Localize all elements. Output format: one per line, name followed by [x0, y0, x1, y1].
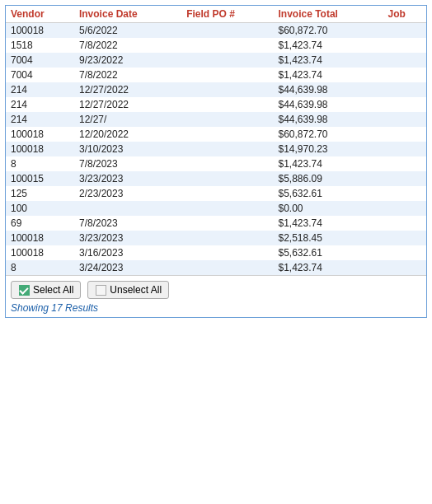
- cell-job: [383, 82, 426, 97]
- cell-job: [383, 97, 426, 112]
- cell-invoice_date: 3/23/2023: [74, 171, 181, 186]
- col-job: Job: [383, 6, 426, 23]
- main-container: Vendor Invoice Date Field PO # Invoice T…: [5, 5, 427, 318]
- invoice-table: Vendor Invoice Date Field PO # Invoice T…: [6, 6, 426, 275]
- table-row: 15187/8/2022$1,423.74: [6, 38, 426, 53]
- cell-vendor: 100018: [6, 245, 74, 260]
- cell-invoice_total: $1,423.74: [273, 260, 383, 275]
- col-invoice-total: Invoice Total: [273, 6, 383, 23]
- cell-field_po: [181, 127, 273, 142]
- cell-job: [383, 156, 426, 171]
- cell-field_po: [181, 53, 273, 68]
- cell-field_po: [181, 216, 273, 231]
- cell-field_po: [181, 231, 273, 245]
- table-row: 70047/8/2022$1,423.74: [6, 68, 426, 82]
- cell-invoice_date: 7/8/2022: [74, 38, 181, 53]
- table-row: 87/8/2023$1,423.74: [6, 156, 426, 171]
- cell-invoice_date: 12/27/2022: [74, 97, 181, 112]
- cell-invoice_total: $60,872.70: [273, 127, 383, 142]
- select-all-icon: [18, 284, 30, 296]
- cell-job: [383, 38, 426, 53]
- table-row: 21412/27/2022$44,639.98: [6, 97, 426, 112]
- cell-invoice_date: [74, 201, 181, 216]
- footer-area: Select All Unselect All Showing 17 Resul…: [6, 275, 426, 317]
- cell-invoice_total: $1,423.74: [273, 216, 383, 231]
- cell-field_po: [181, 245, 273, 260]
- unselect-all-icon: [95, 284, 106, 296]
- cell-invoice_date: 3/23/2023: [74, 231, 181, 245]
- cell-invoice_date: 12/27/: [74, 112, 181, 127]
- cell-field_po: [181, 171, 273, 186]
- table-row: 21412/27/2022$44,639.98: [6, 82, 426, 97]
- table-row: 83/24/2023$1,423.74: [6, 260, 426, 275]
- cell-field_po: [181, 156, 273, 171]
- cell-job: [383, 216, 426, 231]
- table-row: 100$0.00: [6, 201, 426, 216]
- col-vendor: Vendor: [6, 6, 74, 23]
- cell-vendor: 100: [6, 201, 74, 216]
- cell-invoice_total: $5,632.61: [273, 245, 383, 260]
- cell-job: [383, 112, 426, 127]
- cell-invoice_total: $0.00: [273, 201, 383, 216]
- unselect-all-button[interactable]: Unselect All: [87, 281, 169, 299]
- cell-field_po: [181, 68, 273, 82]
- cell-invoice_total: $60,872.70: [273, 23, 383, 39]
- cell-job: [383, 142, 426, 156]
- cell-invoice_total: $44,639.98: [273, 82, 383, 97]
- cell-invoice_total: $1,423.74: [273, 68, 383, 82]
- showing-results: Showing 17 Results: [11, 302, 421, 314]
- cell-field_po: [181, 97, 273, 112]
- table-row: 10001812/20/2022$60,872.70: [6, 127, 426, 142]
- table-body: 1000185/6/2022$60,872.7015187/8/2022$1,4…: [6, 23, 426, 276]
- cell-invoice_total: $1,423.74: [273, 53, 383, 68]
- table-row: 1000183/23/2023$2,518.45: [6, 231, 426, 245]
- col-field-po: Field PO #: [181, 6, 273, 23]
- cell-vendor: 8: [6, 260, 74, 275]
- cell-vendor: 7004: [6, 68, 74, 82]
- cell-job: [383, 186, 426, 201]
- cell-invoice_total: $1,423.74: [273, 156, 383, 171]
- cell-invoice_date: 3/10/2023: [74, 142, 181, 156]
- table-row: 70049/23/2022$1,423.74: [6, 53, 426, 68]
- cell-field_po: [181, 82, 273, 97]
- cell-vendor: 214: [6, 97, 74, 112]
- cell-vendor: 100018: [6, 142, 74, 156]
- cell-vendor: 214: [6, 112, 74, 127]
- cell-invoice_total: $44,639.98: [273, 112, 383, 127]
- cell-invoice_date: 3/16/2023: [74, 245, 181, 260]
- cell-job: [383, 53, 426, 68]
- select-all-button[interactable]: Select All: [11, 281, 81, 299]
- cell-job: [383, 201, 426, 216]
- table-row: 1000185/6/2022$60,872.70: [6, 23, 426, 39]
- cell-field_po: [181, 23, 273, 39]
- cell-invoice_total: $5,632.61: [273, 186, 383, 201]
- cell-invoice_total: $14,970.23: [273, 142, 383, 156]
- cell-vendor: 1518: [6, 38, 74, 53]
- table-row: 1252/23/2023$5,632.61: [6, 186, 426, 201]
- cell-vendor: 7004: [6, 53, 74, 68]
- cell-job: [383, 260, 426, 275]
- cell-vendor: 125: [6, 186, 74, 201]
- cell-vendor: 69: [6, 216, 74, 231]
- cell-invoice_date: 7/8/2023: [74, 216, 181, 231]
- col-invoice-date: Invoice Date: [74, 6, 181, 23]
- cell-field_po: [181, 38, 273, 53]
- cell-invoice_date: 3/24/2023: [74, 260, 181, 275]
- cell-vendor: 100018: [6, 23, 74, 39]
- table-row: 21412/27/$44,639.98: [6, 112, 426, 127]
- cell-field_po: [181, 260, 273, 275]
- cell-invoice_total: $5,886.09: [273, 171, 383, 186]
- cell-field_po: [181, 142, 273, 156]
- cell-invoice_date: 2/23/2023: [74, 186, 181, 201]
- table-row: 1000183/10/2023$14,970.23: [6, 142, 426, 156]
- cell-invoice_total: $2,518.45: [273, 231, 383, 245]
- cell-job: [383, 171, 426, 186]
- table-wrapper: Vendor Invoice Date Field PO # Invoice T…: [6, 6, 426, 275]
- cell-invoice_date: 7/8/2023: [74, 156, 181, 171]
- cell-job: [383, 127, 426, 142]
- cell-invoice_date: 9/23/2022: [74, 53, 181, 68]
- cell-invoice_date: 12/27/2022: [74, 82, 181, 97]
- cell-job: [383, 68, 426, 82]
- cell-job: [383, 245, 426, 260]
- unselect-all-label: Unselect All: [110, 284, 162, 296]
